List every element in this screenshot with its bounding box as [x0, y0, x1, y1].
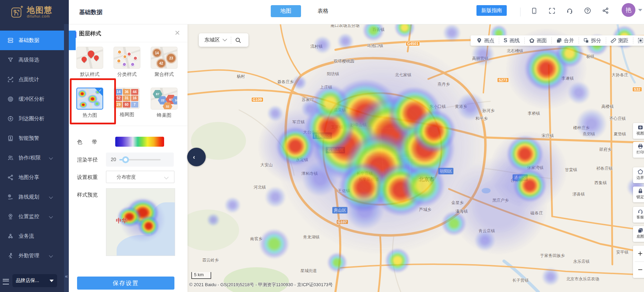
sidebar-item-field-management[interactable]: 外勤管理	[0, 246, 64, 266]
town-label: 苏家坨	[302, 97, 314, 103]
search-icon[interactable]	[235, 37, 241, 43]
district-label: 通州区	[513, 175, 528, 181]
sidebar-item-collaboration[interactable]: 协作/权限	[0, 148, 64, 168]
tool-label: 锁定	[633, 194, 644, 200]
sidebar-item-label: 点面统计	[19, 76, 39, 83]
avatar-text: 艳	[626, 6, 632, 14]
grid-cell: 31	[123, 96, 130, 101]
merge-icon	[556, 38, 562, 43]
boundary-tool[interactable]: 边界	[633, 167, 644, 183]
town-label: 王平镇	[331, 124, 343, 130]
style-card-heatmap[interactable]: ✓ 热力图	[76, 88, 103, 119]
box-select-button[interactable]: 框选	[633, 37, 644, 44]
logo-subtitle: dituhui.com	[27, 14, 53, 18]
town-label: 长辛店街道	[358, 177, 379, 182]
hex-thumb: 8722631632	[151, 88, 178, 110]
share-icon[interactable]	[601, 7, 610, 15]
map-copyright: © 2021 Baidu - GS(2019)5218号 - 甲测资字11009…	[189, 282, 333, 288]
tool-label: 边界	[633, 175, 644, 180]
split-icon	[583, 38, 589, 43]
style-card-honeycomb[interactable]: 8722631632 蜂巢图	[151, 88, 178, 119]
avatar[interactable]: 艳	[622, 3, 635, 17]
tab-map[interactable]: 地图	[271, 5, 301, 17]
close-icon[interactable]: ×	[175, 27, 180, 38]
sidebar-item-workflow[interactable]: 业务流	[0, 226, 64, 246]
fullscreen-icon[interactable]	[548, 7, 556, 15]
mobile-icon[interactable]	[530, 7, 538, 15]
divider	[69, 42, 187, 42]
sidebar-item-location-monitor[interactable]: 位置监控	[0, 207, 64, 226]
zoom-out-button[interactable]: −	[633, 262, 644, 278]
panel-collapse-handle[interactable]: ‹	[187, 148, 206, 166]
style-card-label: 聚合样式	[151, 71, 178, 78]
chevron-down-icon	[49, 214, 53, 218]
toolbar-label: 合并	[564, 37, 574, 44]
sidebar-item-label: 业务流	[19, 233, 34, 239]
help-icon[interactable]	[583, 7, 592, 15]
weight-select-value: 分布密度	[117, 174, 136, 180]
sidebar-item-route-planning[interactable]: 路线规划	[0, 187, 64, 207]
map-canvas[interactable]: 北京市 南口农场五分场百善镇流村镇马池口镇双塔樱桃园阳坊镇杨村聂各庄乡上庄镇北七…	[187, 24, 644, 292]
layer-selector[interactable]: 品牌店保...	[12, 274, 57, 287]
sidebar-item-label: 高级筛选	[19, 57, 39, 63]
tab-table[interactable]: 表格	[309, 5, 337, 17]
tool-label: 客服	[633, 215, 644, 220]
save-settings-button[interactable]: 保存设置	[77, 277, 174, 290]
map-share-icon	[7, 174, 14, 181]
cluster-badge: 23	[167, 54, 175, 63]
lock-tool[interactable]: 锁定	[633, 187, 644, 202]
sidebar-collapse-button[interactable]: «	[64, 273, 69, 279]
sidebar-item-advanced-filter[interactable]: 高级筛选	[0, 50, 64, 70]
basemap-tool[interactable]: 底图	[633, 226, 644, 242]
draw-polygon-button[interactable]: 画面	[525, 37, 551, 44]
dituhui-logo-icon	[10, 5, 24, 19]
map-search-box[interactable]: 东城区	[199, 33, 248, 47]
style-card-label: 热力图	[76, 112, 103, 119]
district-label: 朝阳区	[438, 168, 453, 175]
headset-icon	[637, 209, 643, 214]
check-icon: ✓	[99, 88, 102, 93]
location-pin-icon	[7, 213, 14, 220]
view-tool[interactable]: 视图	[633, 123, 644, 139]
style-card-category[interactable]: 分类样式	[114, 47, 140, 78]
split-button[interactable]: 拆分	[579, 37, 606, 44]
headset-icon[interactable]	[566, 7, 574, 15]
radius-slider[interactable]	[119, 159, 161, 160]
radius-slider-thumb[interactable]	[122, 156, 129, 163]
logo[interactable]: 地图慧 dituhui.com	[0, 0, 69, 24]
town-label: 西集镇	[594, 180, 607, 186]
support-tool[interactable]: 客服	[633, 207, 644, 223]
town-label: 黄港乡	[455, 104, 467, 110]
town-label: 马池口镇	[367, 43, 383, 49]
sidebar-item-buffer-analysis[interactable]: 缓冲区分析	[0, 89, 64, 109]
layer-list-icon[interactable]	[3, 279, 9, 284]
sidebar-item-point-stats[interactable]: 点面统计	[0, 70, 64, 89]
measure-distance-button[interactable]: 测距	[606, 37, 633, 44]
scale-bar: 5 km	[191, 272, 211, 279]
merge-button[interactable]: 合并	[552, 37, 579, 44]
chevron-down-icon	[49, 254, 53, 257]
panel-title: 图层样式	[79, 30, 101, 37]
tool-label: 打印	[633, 150, 644, 155]
print-tool[interactable]: 打印	[633, 142, 644, 158]
style-card-grid[interactable]: 14364452311629607 格网图	[114, 88, 140, 118]
sidebar-collapse-strip[interactable]	[64, 24, 69, 292]
weight-label: 设置权重	[77, 174, 98, 181]
town-label: 妙峰山镇	[350, 122, 367, 128]
town-label: 安平镇	[616, 249, 629, 255]
draw-line-button[interactable]: S 画线	[499, 37, 524, 44]
sidebar-item-reach-analysis[interactable]: 到达圈分析	[0, 109, 64, 128]
style-card-cluster[interactable]: 142342 聚合样式	[151, 47, 178, 78]
zoom-in-button[interactable]: +	[633, 246, 644, 261]
sidebar-item-smart-alert[interactable]: 智能预警	[0, 128, 64, 148]
avatar-caret-icon[interactable]	[638, 9, 642, 11]
town-label: 北七家镇	[395, 72, 411, 78]
draw-point-button[interactable]: 画点	[472, 37, 499, 44]
weight-select[interactable]: 分布密度	[106, 171, 174, 183]
style-card-default[interactable]: 默认样式	[76, 47, 103, 78]
color-band-picker[interactable]	[115, 137, 164, 147]
town-label: 上庄镇	[320, 85, 332, 90]
lock-icon	[637, 188, 643, 194]
new-guide-button[interactable]: 新版指南	[476, 5, 507, 16]
sidebar-item-map-share[interactable]: 地图分享	[0, 168, 64, 187]
